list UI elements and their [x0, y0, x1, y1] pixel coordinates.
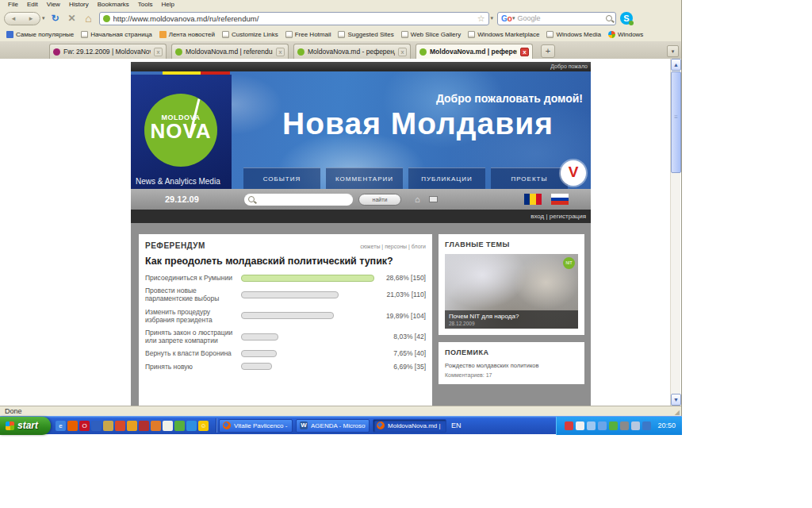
bookmark-item[interactable]: Лента новостей — [157, 30, 217, 39]
volume-icon[interactable] — [587, 421, 596, 430]
site-nav-item[interactable]: СОБЫТИЯ — [243, 167, 320, 189]
poll-option-label[interactable]: Принять новую — [145, 363, 241, 371]
display-icon[interactable] — [631, 421, 640, 430]
internet-explorer-icon[interactable]: e — [56, 421, 66, 431]
menu-item[interactable]: Help — [161, 1, 174, 9]
bookmark-item[interactable]: Самые популярные — [4, 30, 76, 39]
site-search-input[interactable] — [244, 194, 353, 206]
poll-option-label[interactable]: Изменить процедуру избрания президента — [145, 308, 241, 324]
bookmark-item[interactable]: Windows Marketplace — [465, 30, 542, 39]
site-search-button[interactable]: найти — [358, 194, 401, 206]
site-nav-item[interactable]: КОММЕНТАРИИ — [326, 167, 403, 189]
skype-icon[interactable]: S — [620, 12, 633, 25]
back-forward-buttons[interactable]: ◂ ▸ — [4, 12, 40, 25]
new-tab-button[interactable]: + — [541, 44, 555, 58]
winamp-icon[interactable] — [127, 421, 137, 431]
back-icon[interactable]: ◂ — [12, 14, 16, 22]
bookmark-item[interactable]: Windows Media — [544, 30, 603, 39]
bookmark-item[interactable]: Web Slice Gallery — [399, 30, 463, 39]
taskbar-task-button[interactable]: MoldovaNova.md | р... — [373, 419, 446, 433]
poll-option-label[interactable]: Принять закон о люстрации или запрете ко… — [145, 329, 241, 344]
menu-item[interactable]: Tools — [138, 1, 153, 9]
urlbar-dropdown-icon[interactable]: ▾ — [491, 15, 494, 21]
tab-close-icon[interactable]: x — [154, 48, 163, 56]
tab-close-icon[interactable]: x — [520, 48, 529, 56]
scrollbar-thumb[interactable] — [671, 71, 681, 173]
bookmark-item[interactable]: Suggested Sites — [335, 30, 396, 39]
featured-caption[interactable]: Почем NIT для народа? — [449, 313, 574, 320]
tray-icons — [565, 421, 651, 430]
tab-title: MoldovaNova.md | референдум — [430, 48, 517, 56]
tab-list-dropdown-icon[interactable]: ▾ — [667, 45, 679, 57]
poll-option-label[interactable]: Провести новые парламентские выборы — [145, 287, 241, 302]
browser-tab[interactable]: MoldovaNova.md - референдум x — [293, 44, 411, 59]
url-bar[interactable]: http://www.moldovanova.md/ru/referendum/… — [99, 12, 489, 25]
menu-item[interactable]: History — [69, 1, 89, 9]
bookmark-item[interactable]: Customize Links — [220, 30, 281, 39]
scroll-up-icon[interactable]: ▲ — [671, 59, 681, 71]
bookmark-item[interactable]: Free Hotmail — [283, 30, 334, 39]
bookmark-star-icon[interactable]: ☆ — [477, 13, 485, 24]
document-icon[interactable] — [151, 421, 161, 431]
start-button[interactable]: start — [0, 417, 51, 435]
media-player-icon[interactable] — [115, 421, 125, 431]
forward-icon[interactable]: ▸ — [29, 14, 33, 22]
stop-icon[interactable]: ✕ — [66, 13, 79, 24]
menu-item[interactable]: Edit — [27, 1, 38, 9]
bookmark-item[interactable]: Windows — [606, 30, 645, 39]
taskbar-divider — [216, 418, 216, 433]
resize-grip-icon[interactable]: ◢ — [675, 409, 680, 416]
messenger-tray-icon[interactable] — [642, 421, 651, 430]
site-nav-item[interactable]: ПУБЛИКАЦИИ — [408, 167, 485, 189]
russian-flag-icon[interactable] — [551, 194, 569, 205]
search-placeholder[interactable]: Google — [517, 14, 603, 22]
account-bar[interactable]: вход | регистрация — [131, 210, 591, 223]
stack-icon[interactable] — [139, 421, 149, 431]
network-icon[interactable] — [598, 421, 607, 430]
language-indicator[interactable]: EN — [451, 421, 462, 429]
history-dropdown-icon[interactable]: ▾ — [42, 15, 45, 21]
utility-icon[interactable] — [620, 421, 629, 430]
poll-option-label[interactable]: Вернуть к власти Воронина — [145, 349, 241, 357]
poll-option-label[interactable]: Присоединиться к Румынии — [145, 274, 241, 282]
windows-flag-icon — [6, 421, 14, 430]
tab-close-icon[interactable]: x — [276, 48, 285, 56]
scroll-down-icon[interactable]: ▼ — [671, 394, 681, 406]
polemika-item[interactable]: Рождество молдавских политиков — [445, 362, 578, 369]
antivirus-icon[interactable] — [576, 421, 584, 430]
search-magnifier-icon[interactable] — [606, 15, 612, 21]
url-text[interactable]: http://www.moldovanova.md/ru/referendum/ — [113, 14, 474, 23]
firefox-icon[interactable] — [67, 421, 78, 431]
security-alert-icon[interactable] — [565, 421, 573, 430]
menu-item[interactable]: Bookmarks — [98, 1, 129, 9]
browser-tab[interactable]: MoldovaNova.md | referendum x — [171, 44, 289, 59]
taskbar-task-button[interactable]: Vitalie Pavlicenco - Bl... — [219, 419, 293, 433]
bookmark-item[interactable]: Начальная страница — [79, 30, 154, 39]
poll-section-links[interactable]: сюжеты | персоны | блоги — [360, 244, 426, 249]
site-nav-item[interactable]: ПРОЕКТЫ — [491, 167, 568, 189]
smiley-icon[interactable]: ☺ — [198, 421, 209, 431]
vertical-scrollbar[interactable]: ▲ ▼ — [670, 59, 680, 406]
opera-icon[interactable]: O — [79, 421, 90, 431]
romanian-flag-icon[interactable] — [524, 194, 542, 205]
site-home-icon[interactable]: ⌂ — [415, 194, 420, 204]
search-engine-dropdown-icon[interactable]: ▾ — [512, 15, 515, 21]
browser-tab[interactable]: Fw: 29.12.2009 | MoldovaNova.md | Н... x — [49, 44, 167, 59]
taskbar-task-button[interactable]: W AGENDA - Microsoft ... — [296, 419, 370, 433]
update-icon[interactable] — [609, 421, 618, 430]
notepad-icon[interactable] — [163, 421, 173, 431]
featured-article-image[interactable]: NIT Почем NIT для народа? 28.12.2009 — [445, 254, 578, 329]
site-logo[interactable]: MOLDOVA NOVA — [144, 94, 217, 167]
home-icon[interactable]: ⌂ — [82, 12, 95, 25]
tab-close-icon[interactable]: x — [398, 48, 407, 56]
browser-globe-icon[interactable] — [91, 421, 102, 431]
menu-item[interactable]: View — [47, 1, 60, 9]
site-mail-icon[interactable] — [429, 196, 438, 202]
search-box[interactable]: Go ▾ Google — [497, 12, 616, 25]
messenger-icon[interactable] — [186, 421, 197, 431]
windows-icon[interactable] — [174, 421, 185, 431]
menu-item[interactable]: File — [8, 1, 18, 9]
reload-icon[interactable]: ↻ — [49, 13, 62, 24]
browser-tab[interactable]: MoldovaNova.md | референдум x — [416, 44, 533, 59]
folder-icon[interactable] — [103, 421, 113, 431]
